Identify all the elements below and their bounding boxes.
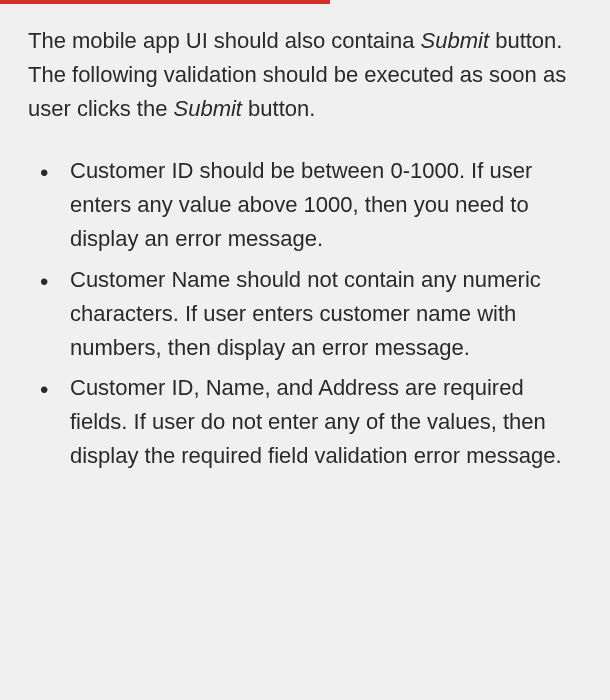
validation-list: Customer ID should be between 0-1000. If… [28,154,582,473]
list-item: Customer Name should not contain any num… [28,263,582,365]
list-item: Customer ID, Name, and Address are requi… [28,371,582,473]
document-content: The mobile app UI should also containa S… [0,4,610,499]
submit-word-1: Submit [421,28,489,53]
intro-text-3: button. [242,96,315,121]
submit-word-2: Submit [174,96,242,121]
intro-text-1: The mobile app UI should also containa [28,28,421,53]
intro-paragraph: The mobile app UI should also containa S… [28,24,582,126]
list-item: Customer ID should be between 0-1000. If… [28,154,582,256]
